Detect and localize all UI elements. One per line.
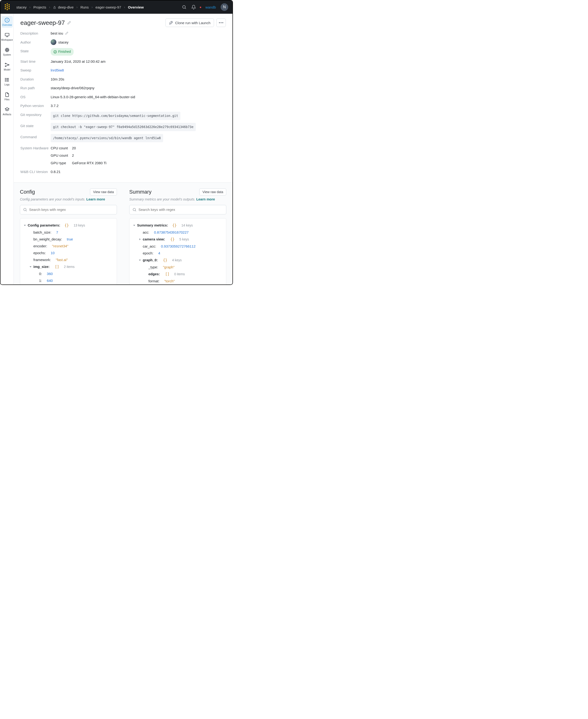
tree-item[interactable]: edges: [] 0 items [144,271,223,278]
search-input[interactable] [29,208,114,212]
learn-more-link[interactable]: Learn more [86,197,105,201]
bell-icon[interactable] [191,5,196,9]
rail-artifacts[interactable]: Artifacts [1,106,13,117]
tree-root[interactable]: Summary metrics: {} 14 keys [133,222,223,229]
view-raw-summary-button[interactable]: View raw data [199,188,226,195]
triangle-down-icon [29,265,32,268]
kv-label: Duration [20,76,51,82]
svg-point-14 [5,81,5,81]
svg-point-13 [5,80,5,80]
kv-value: Linux-5.3.0-28-generic-x86_64-with-debia… [51,94,226,100]
run-title: eager-sweep-97 [20,19,65,26]
tree-item[interactable]: learning_rate: 0.0013667869365975205 [29,284,113,284]
tree-item[interactable]: 0: 360 [35,270,113,277]
config-panel: Config View raw data Config parameters a… [14,183,123,284]
view-raw-config-button[interactable]: View raw data [90,188,117,195]
panel-description: Summary metrics are your model's outputs… [129,197,226,201]
kv-value: 10m 20s [51,76,226,82]
more-icon [219,22,223,23]
panel-description: Config parameters are your model's input… [20,197,117,201]
code-snippet[interactable]: git clone https://github.com/borisdayma/… [51,112,181,120]
search-input[interactable] [139,208,223,212]
summary-tree: Summary metrics: {} 14 keys acc: 0.87387… [129,218,226,284]
kv-label: System Hardware [20,145,51,151]
svg-point-18 [133,208,135,211]
breadcrumb-user[interactable]: stacey [16,5,26,9]
avatar[interactable]: N [220,3,228,11]
tree-item[interactable]: encoder: "resnet34" [29,242,113,250]
org-link[interactable]: wandb [206,5,216,9]
layers-icon [4,107,10,112]
tree-item[interactable]: car_acc: 0.9373059272766112 [139,243,223,250]
left-rail: Overview Workspace System Model Logs Fil… [0,14,14,284]
kv-value: 3.7.2 [51,103,226,109]
svg-point-10 [5,66,6,67]
svg-point-11 [8,64,9,65]
config-tree: Config parameters: {} 13 keys batch_size… [20,218,117,284]
list-icon [4,77,10,82]
main-content: eager-sweep-97 Clone run with Launch Des… [14,14,232,284]
search-icon[interactable] [182,5,187,9]
tree-item[interactable]: batch_size: 7 [29,229,113,236]
kv-label: OS [20,94,51,100]
tree-item[interactable]: acc: 0.8738754391670227 [139,229,223,236]
svg-rect-7 [6,49,8,51]
top-bar: stacey › Projects › deep-dive › Runs › e… [0,0,232,14]
tree-item[interactable]: format: "torch" [144,278,223,284]
tree-item[interactable]: framework: "fast.ai" [29,256,113,263]
tree-item[interactable]: bn_weight_decay: true [29,236,113,242]
breadcrumb-project[interactable]: deep-dive [53,5,74,9]
kv-label: Author [20,39,51,45]
more-menu-button[interactable] [216,19,226,27]
sweep-link[interactable]: lnrd5iw8 [51,67,226,73]
rail-logs[interactable]: Logs [1,76,13,87]
hardware-table: CPU count20 GPU count2 GPU typeGeForce R… [51,145,226,166]
notification-dot-icon [199,6,202,8]
summary-search[interactable] [129,205,226,214]
config-search[interactable] [20,205,117,214]
rocket-icon [169,21,173,25]
presentation-icon [4,33,10,38]
tree-item-expandable[interactable]: graph_0: {} 4 keys [139,257,223,263]
learn-more-link[interactable]: Learn more [196,197,215,201]
pencil-icon[interactable] [65,31,68,35]
search-icon [23,208,27,212]
lock-icon [53,6,56,9]
tree-item[interactable]: epoch: 4 [139,250,223,257]
kv-value-author[interactable]: stacey [51,39,226,45]
code-snippet[interactable]: /home/stacey/.pyenv/versions/sd/bin/wand… [51,134,163,142]
rail-workspace[interactable]: Workspace [1,31,13,43]
triangle-right-icon [139,238,141,241]
breadcrumb-runs[interactable]: Runs [81,5,89,9]
cpu-icon [4,47,10,52]
rail-model[interactable]: Model [1,61,13,72]
breadcrumb-run[interactable]: eager-sweep-97 [96,5,121,9]
kv-label: Start time [20,59,51,65]
triangle-down-icon [23,224,26,227]
tree-item[interactable]: 1: 640 [35,277,113,284]
tree-item[interactable]: epochs: 10 [29,250,113,256]
avatar [51,39,56,45]
kv-value: January 31st, 2020 at 12:00:42 am [51,59,226,65]
rail-files[interactable]: Files [1,91,13,102]
kv-label: Sweep [20,67,51,73]
kv-label: Python version [20,103,51,109]
pencil-icon[interactable] [67,21,71,25]
svg-point-9 [5,63,6,64]
chevron-right-icon: › [91,5,94,9]
tree-root[interactable]: Config parameters: {} 13 keys [23,222,113,229]
wandb-logo-icon[interactable] [5,4,15,10]
info-icon [4,18,10,23]
tree-item-expandable[interactable]: camera view: {} 5 keys [139,236,223,243]
tree-item-expandable[interactable]: img_size: [] 2 items [29,263,113,270]
chevron-right-icon: › [123,5,126,9]
triangle-down-icon [133,224,135,227]
rail-system[interactable]: System [1,46,13,58]
clone-run-button[interactable]: Clone run with Launch [166,19,214,27]
breadcrumb-projects[interactable]: Projects [34,5,46,9]
svg-rect-8 [6,49,8,51]
code-snippet[interactable]: git checkout -b "eager-sweep-97" f0a9494… [51,123,196,131]
tree-item[interactable]: _type: "graph" [144,263,223,271]
rail-overview[interactable]: Overview [1,16,13,28]
svg-point-12 [5,78,5,79]
